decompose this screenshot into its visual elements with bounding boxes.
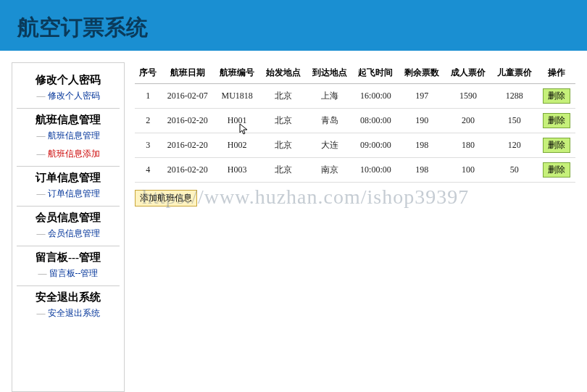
cell-op: 删除 xyxy=(538,84,575,109)
cell-seq: 3 xyxy=(135,133,161,158)
sidebar-group-title: 航班信息管理 xyxy=(12,110,124,128)
sidebar: 修改个人密码修改个人密码航班信息管理航班信息管理航班信息添加订单信息管理订单信息… xyxy=(12,62,125,392)
table-row: 42016-02-20H003北京南京10:00:0019810050删除 xyxy=(135,158,575,183)
delete-button[interactable]: 删除 xyxy=(543,162,570,178)
cell-op: 删除 xyxy=(538,158,575,183)
app-title: 航空订票系统 xyxy=(17,15,148,39)
cell-adult: 100 xyxy=(445,158,491,183)
cell-seq: 1 xyxy=(135,84,161,109)
cell-child: 120 xyxy=(491,133,538,158)
sidebar-group-title: 留言板---管理 xyxy=(12,248,124,266)
cell-op: 删除 xyxy=(538,133,575,158)
main-content: 序号 航班日期 航班编号 始发地点 到达地点 起飞时间 剩余票数 成人票价 儿童… xyxy=(135,62,587,392)
cell-origin: 北京 xyxy=(260,84,307,109)
body-area: 修改个人密码修改个人密码航班信息管理航班信息管理航班信息添加订单信息管理订单信息… xyxy=(0,51,587,392)
link-flight-add[interactable]: 航班信息添加 xyxy=(12,146,124,164)
th-tickets: 剩余票数 xyxy=(399,62,445,84)
delete-button[interactable]: 删除 xyxy=(543,113,570,128)
cell-origin: 北京 xyxy=(260,158,307,183)
th-date: 航班日期 xyxy=(161,62,214,84)
link-logout[interactable]: 安全退出系统 xyxy=(12,306,124,324)
cell-seq: 4 xyxy=(135,158,161,183)
th-dest: 到达地点 xyxy=(307,62,353,84)
cell-child: 1288 xyxy=(491,84,538,109)
link-order-manage[interactable]: 订单信息管理 xyxy=(12,186,124,204)
th-child: 儿童票价 xyxy=(491,62,538,84)
cell-flight: H003 xyxy=(214,158,260,183)
th-op: 操作 xyxy=(538,62,575,84)
flight-table: 序号 航班日期 航班编号 始发地点 到达地点 起飞时间 剩余票数 成人票价 儿童… xyxy=(135,62,575,183)
cell-seq: 2 xyxy=(135,109,161,133)
th-adult: 成人票价 xyxy=(445,62,491,84)
cell-depart: 09:00:00 xyxy=(353,133,399,158)
cell-origin: 北京 xyxy=(260,109,307,133)
sidebar-group-title: 安全退出系统 xyxy=(12,288,124,306)
cell-adult: 180 xyxy=(445,133,491,158)
link-change-password[interactable]: 修改个人密码 xyxy=(12,88,124,107)
cell-op: 删除 xyxy=(538,109,575,133)
table-header-row: 序号 航班日期 航班编号 始发地点 到达地点 起飞时间 剩余票数 成人票价 儿童… xyxy=(135,62,575,84)
cell-tickets: 198 xyxy=(399,133,445,158)
cell-dest: 青岛 xyxy=(307,109,353,133)
cell-flight: H001 xyxy=(214,109,260,133)
cell-child: 50 xyxy=(491,158,538,183)
table-row: 22016-02-20H001北京青岛08:00:00190200150删除 xyxy=(135,109,575,133)
cell-date: 2016-02-20 xyxy=(161,158,214,183)
sidebar-group-title: 会员信息管理 xyxy=(12,208,124,226)
cell-adult: 1590 xyxy=(445,84,491,109)
cell-child: 150 xyxy=(491,109,538,133)
cell-date: 2016-02-07 xyxy=(161,84,214,109)
cell-tickets: 198 xyxy=(399,158,445,183)
cell-adult: 200 xyxy=(445,109,491,133)
cell-flight: H002 xyxy=(214,133,260,158)
cell-flight: MU1818 xyxy=(214,84,260,109)
th-flight: 航班编号 xyxy=(214,62,260,84)
link-flight-manage[interactable]: 航班信息管理 xyxy=(12,128,124,146)
app-header: 航空订票系统 xyxy=(0,0,587,51)
table-row: 32016-02-20H002北京大连09:00:00198180120删除 xyxy=(135,133,575,158)
th-origin: 始发地点 xyxy=(260,62,307,84)
cell-dest: 南京 xyxy=(307,158,353,183)
cell-tickets: 190 xyxy=(399,109,445,133)
th-depart: 起飞时间 xyxy=(353,62,399,84)
add-flight-button[interactable]: 添加航班信息 xyxy=(135,190,197,207)
delete-button[interactable]: 删除 xyxy=(543,138,570,153)
cell-dest: 上海 xyxy=(307,84,353,109)
th-seq: 序号 xyxy=(135,62,161,84)
cell-date: 2016-02-20 xyxy=(161,109,214,133)
cell-tickets: 197 xyxy=(399,84,445,109)
sidebar-group-title: 订单信息管理 xyxy=(12,168,124,186)
cell-date: 2016-02-20 xyxy=(161,133,214,158)
link-member-manage[interactable]: 会员信息管理 xyxy=(12,226,124,244)
cell-depart: 08:00:00 xyxy=(353,109,399,133)
cell-dest: 大连 xyxy=(307,133,353,158)
cell-origin: 北京 xyxy=(260,133,307,158)
sidebar-group-title: 修改个人密码 xyxy=(12,70,124,88)
table-row: 12016-02-07MU1818北京上海16:00:0019715901288… xyxy=(135,84,575,109)
link-message-manage[interactable]: 留言板--管理 xyxy=(12,266,124,284)
cell-depart: 16:00:00 xyxy=(353,84,399,109)
cell-depart: 10:00:00 xyxy=(353,158,399,183)
delete-button[interactable]: 删除 xyxy=(543,88,570,104)
